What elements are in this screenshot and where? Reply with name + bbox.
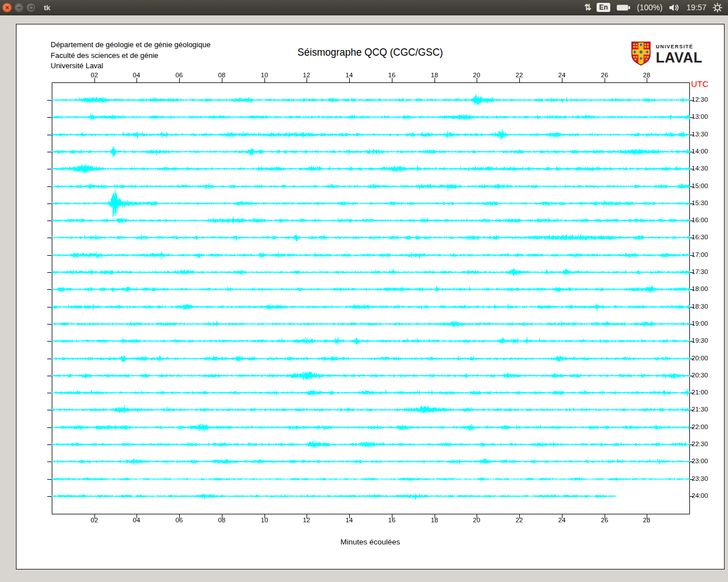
utc-time-label: 17:30 (692, 268, 708, 275)
x-tick-label: 16 (383, 72, 400, 78)
x-tick-label: 02 (86, 517, 103, 523)
x-tick-label: 20 (468, 517, 485, 523)
utc-time-label: 22:00 (692, 423, 708, 430)
volume-icon[interactable] (669, 3, 680, 12)
network-updown-arrows-icon[interactable]: ⇅ (584, 2, 591, 13)
maximize-button[interactable] (26, 3, 36, 13)
utc-time-label: 20:30 (692, 372, 708, 379)
x-tick-label: 12 (298, 517, 315, 523)
x-tick-label: 06 (171, 517, 188, 523)
x-tick-label: 26 (596, 517, 613, 523)
utc-time-label: 17:00 (692, 251, 708, 258)
utc-time-label: 23:30 (692, 475, 708, 482)
minimize-button[interactable]: – (14, 3, 24, 13)
x-tick-label: 28 (638, 517, 655, 523)
x-tick-label: 08 (213, 517, 230, 523)
x-tick-label: 22 (511, 517, 528, 523)
utc-time-label: 16:00 (692, 217, 708, 223)
x-tick-label: 14 (341, 72, 358, 78)
x-tick-label: 12 (298, 72, 315, 78)
utc-time-label: 15:30 (692, 199, 708, 206)
utc-time-label: 23:00 (692, 458, 708, 464)
seismogram-plot (16, 24, 724, 569)
utc-time-label: 18:00 (692, 285, 708, 292)
utc-time-label: 15:00 (692, 182, 708, 189)
seismograph-window: Département de géologie et de génie géol… (16, 24, 725, 569)
utc-time-label: 16:30 (692, 234, 708, 240)
utc-time-label: 24:00 (692, 492, 708, 499)
clock[interactable]: 19:57 (686, 3, 706, 12)
x-tick-label: 04 (128, 72, 145, 78)
x-tick-label: 10 (256, 517, 273, 523)
system-tray: ⇅ En (100%) 19:57 (584, 2, 728, 13)
utc-time-label: 20:00 (692, 355, 708, 361)
x-tick-label: 18 (426, 72, 443, 78)
x-tick-label: 24 (553, 517, 570, 523)
window-controls: × – (0, 3, 36, 13)
close-button[interactable]: × (2, 3, 12, 13)
x-tick-label: 24 (553, 72, 570, 78)
x-tick-label: 06 (171, 72, 188, 78)
x-tick-label: 18 (426, 517, 443, 523)
utc-time-label: 12:30 (692, 96, 708, 103)
utc-time-label: 21:30 (692, 406, 708, 413)
x-tick-label: 10 (256, 72, 273, 78)
utc-time-label: 13:30 (692, 131, 708, 138)
x-tick-label: 22 (511, 72, 528, 78)
utc-time-label: 18:30 (692, 303, 708, 310)
x-tick-label: 26 (596, 72, 613, 78)
x-tick-label: 04 (128, 517, 145, 523)
x-tick-label: 14 (341, 517, 358, 523)
utc-time-labels: 12:3013:0013:3014:0014:3015:0015:3016:00… (692, 24, 726, 569)
x-tick-label: 28 (638, 72, 655, 78)
keyboard-layout-indicator[interactable]: En (597, 3, 610, 12)
battery-percentage[interactable]: (100%) (637, 3, 663, 12)
x-axis-title: Minutes écoulées (200, 538, 541, 546)
utc-time-label: 21:00 (692, 389, 708, 396)
utc-time-label: 19:30 (692, 337, 708, 344)
utc-time-label: 19:00 (692, 320, 708, 327)
utc-time-label: 14:00 (692, 148, 708, 155)
utc-time-label: 22:30 (692, 440, 708, 447)
x-tick-label: 02 (86, 72, 103, 78)
utc-time-label: 14:30 (692, 165, 708, 172)
battery-icon[interactable] (617, 4, 631, 11)
utc-time-label: 13:00 (692, 113, 708, 120)
x-tick-label: 16 (383, 517, 400, 523)
x-tick-label: 08 (213, 72, 230, 78)
session-gear-icon[interactable] (713, 3, 722, 13)
x-tick-label: 20 (468, 72, 485, 78)
titlebar: × – tk ⇅ En (100%) 19:57 (0, 0, 728, 15)
window-title: tk (44, 3, 51, 12)
